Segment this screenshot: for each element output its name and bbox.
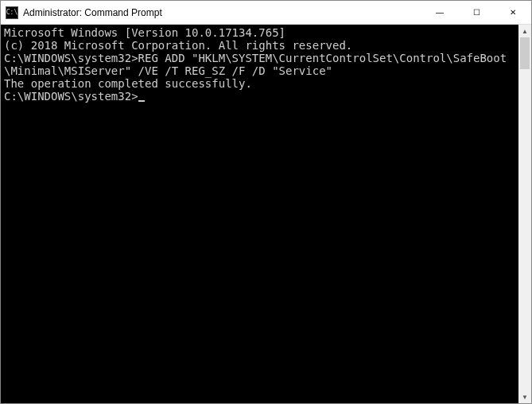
prompt: C:\WINDOWS\system32> [4, 90, 138, 103]
vertical-scrollbar[interactable]: ▲ ▼ [518, 25, 531, 403]
minimize-button[interactable]: — [421, 1, 458, 24]
window-title: Administrator: Command Prompt [23, 7, 421, 18]
close-button[interactable]: ✕ [495, 1, 531, 24]
output-line: C:\WINDOWS\system32>REG ADD "HKLM\SYSTEM… [4, 52, 518, 77]
terminal-area: Microsoft Windows [Version 10.0.17134.76… [1, 25, 531, 403]
scroll-track[interactable] [518, 37, 531, 390]
command-prompt-window: C:\ Administrator: Command Prompt — ☐ ✕ … [0, 0, 532, 404]
output-line: The operation completed successfully. [4, 77, 518, 90]
titlebar[interactable]: C:\ Administrator: Command Prompt — ☐ ✕ [1, 1, 531, 25]
scroll-down-button[interactable]: ▼ [518, 390, 531, 403]
output-line: (c) 2018 Microsoft Corporation. All righ… [4, 39, 518, 52]
output-line: Microsoft Windows [Version 10.0.17134.76… [4, 26, 518, 39]
window-controls: — ☐ ✕ [421, 1, 531, 24]
app-icon: C:\ [6, 6, 18, 19]
maximize-button[interactable]: ☐ [458, 1, 495, 24]
terminal-output[interactable]: Microsoft Windows [Version 10.0.17134.76… [1, 25, 518, 403]
scroll-up-button[interactable]: ▲ [518, 25, 531, 37]
cursor [138, 100, 145, 102]
scroll-thumb[interactable] [520, 37, 530, 69]
